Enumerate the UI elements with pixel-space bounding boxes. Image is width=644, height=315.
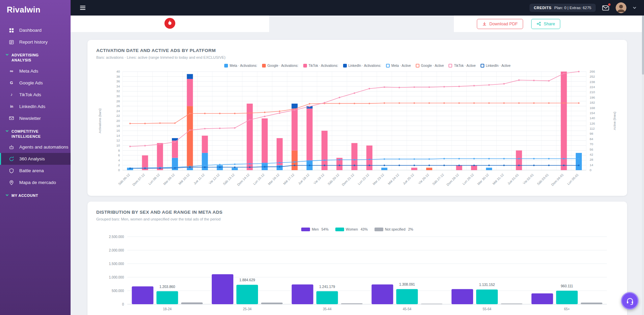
linkedin-icon: in: [8, 104, 15, 109]
svg-text:Jue 25-12: Jue 25-12: [402, 173, 415, 186]
credits-value: Plan: 0 | Extras: 6275: [554, 6, 591, 10]
sidebar-section-my-account[interactable]: MY ACCOUNT: [0, 188, 71, 201]
svg-text:18-24: 18-24: [163, 307, 172, 311]
sidebar-item-label: 360 Analysis: [19, 156, 45, 161]
messages-button[interactable]: [602, 4, 610, 12]
sidebar-item-label: Google Ads: [19, 80, 43, 85]
svg-text:210: 210: [590, 90, 595, 94]
activation-chart-subtitle: Bars: activations · Lines: active (range…: [96, 55, 618, 59]
legend-label: Women: [346, 227, 358, 231]
sidebar-item-tiktok-ads[interactable]: ♪TikTok Ads: [0, 89, 71, 101]
sidebar-item-360-analysis[interactable]: 360 Analysis: [0, 153, 71, 165]
svg-text:1.131.152: 1.131.152: [479, 283, 495, 287]
svg-text:0: 0: [118, 168, 120, 172]
flame-logo-icon: [164, 18, 176, 29]
sidebar-item-label: Battle arena: [19, 168, 44, 173]
activation-chart-legend: Meta · Activations:Google · Activations:…: [117, 64, 618, 68]
legend-item[interactable]: Women43%: [335, 227, 368, 231]
legend-item[interactable]: Meta · Active: [386, 64, 411, 68]
svg-text:Mié 24-12: Mié 24-12: [387, 173, 400, 186]
svg-text:34: 34: [116, 84, 120, 88]
svg-text:2: 2: [118, 163, 120, 167]
svg-text:224: 224: [590, 85, 595, 89]
distribution-chart-title: DISTRIBUTION BY SEX AND AGE RANGE IN MET…: [96, 210, 618, 215]
sidebar-item-meta-ads[interactable]: ∞Meta Ads: [0, 65, 71, 77]
svg-text:8: 8: [118, 149, 120, 152]
sidebar-section-advertising-analysis[interactable]: ADVERTISING ANALYSIS: [0, 48, 71, 65]
legend-label: LinkedIn · Activations:: [349, 64, 381, 68]
chevron-down-icon: [5, 129, 9, 133]
svg-text:40: 40: [116, 70, 120, 73]
distribution-card: DISTRIBUTION BY SEX AND AGE RANGE IN MET…: [87, 202, 627, 315]
svg-text:28: 28: [590, 158, 593, 161]
svg-text:182: 182: [590, 101, 595, 104]
svg-text:Sáb 13-12: Sáb 13-12: [222, 173, 235, 186]
scrollbar-thumb[interactable]: [642, 16, 644, 75]
hamburger-menu-button[interactable]: [79, 4, 86, 11]
account-menu-chevron[interactable]: [633, 6, 637, 10]
header-left-panel: [71, 16, 269, 32]
svg-text:22: 22: [116, 114, 120, 117]
svg-text:Mar 23-12: Mar 23-12: [372, 173, 385, 186]
legend-swatch: [301, 228, 310, 231]
sidebar-item-newsletter[interactable]: Newsletter: [0, 112, 71, 124]
legend-label: Men: [312, 227, 318, 231]
hamburger-icon: [79, 4, 86, 11]
legend-item[interactable]: LinkedIn · Active: [481, 64, 511, 68]
legend-swatch: [343, 64, 347, 68]
legend-item[interactable]: TikTok · Activations:: [303, 64, 338, 68]
svg-text:Activations (bars): Activations (bars): [98, 108, 102, 133]
sidebar-item-mapa-de-mercado[interactable]: Mapa de mercado: [0, 177, 71, 188]
share-button[interactable]: Share: [531, 19, 560, 29]
svg-text:Lun 15-12: Lun 15-12: [252, 173, 265, 186]
legend-item[interactable]: Google · Activations:: [262, 64, 299, 68]
tiktok-icon: ♪: [8, 92, 15, 97]
credits-pill[interactable]: CREDITS Plan: 0 | Extras: 6275: [530, 4, 596, 12]
legend-swatch: [262, 64, 266, 68]
header-actions-panel: Download PDF Share: [454, 16, 644, 32]
sidebar-section-label: COMPETITIVE INTELLIGENCE: [11, 129, 56, 139]
svg-text:Vie 02-01: Vie 02-01: [522, 173, 534, 185]
svg-text:56: 56: [590, 148, 593, 151]
map-icon: [8, 180, 15, 185]
svg-text:84: 84: [590, 137, 593, 141]
sidebar-item-label: Mapa de mercado: [19, 180, 56, 185]
sidebar-section-competitive-intelligence[interactable]: COMPETITIVE INTELLIGENCE: [0, 124, 71, 141]
svg-text:98: 98: [590, 132, 593, 135]
svg-text:112: 112: [590, 127, 595, 130]
svg-text:126: 126: [590, 122, 595, 125]
chevron-down-icon: [633, 6, 637, 10]
sidebar-item-dashboard[interactable]: Dashboard: [0, 24, 71, 36]
svg-text:25-34: 25-34: [243, 307, 252, 311]
legend-swatch: [303, 64, 307, 68]
legend-item[interactable]: Men54%: [301, 227, 328, 231]
avatar-image: [616, 2, 626, 13]
app-logo[interactable]: Rivalwin: [0, 0, 71, 20]
legend-item[interactable]: Not specified2%: [375, 227, 413, 231]
svg-text:Sáb 27-12: Sáb 27-12: [432, 173, 445, 186]
activation-chart: 0246810121416182022242628303234363840014…: [96, 69, 618, 194]
svg-text:6: 6: [118, 153, 120, 157]
sidebar-item-report-history[interactable]: Report history: [0, 36, 71, 48]
client-logo[interactable]: [164, 18, 176, 30]
legend-label: Not specified: [385, 227, 406, 231]
legend-item[interactable]: Google · Active: [416, 64, 444, 68]
legend-label: LinkedIn · Active: [486, 64, 511, 68]
sidebar-item-linkedin-ads[interactable]: inLinkedIn Ads: [0, 101, 71, 112]
sidebar-item-google-ads[interactable]: GGoogle Ads: [0, 77, 71, 89]
user-avatar[interactable]: [616, 2, 626, 13]
legend-item[interactable]: LinkedIn · Activations:: [343, 64, 381, 68]
headset-icon: [626, 297, 634, 305]
svg-text:70: 70: [590, 142, 593, 146]
sidebar-item-battle-arena[interactable]: Battle arena: [0, 165, 71, 177]
svg-text:154: 154: [590, 111, 595, 115]
legend-item[interactable]: Meta · Activations:: [224, 64, 257, 68]
page-scrollbar[interactable]: [642, 16, 644, 315]
download-pdf-button[interactable]: Download PDF: [477, 19, 523, 29]
support-chat-button[interactable]: [621, 292, 639, 310]
sidebar-item-agents-and-automations[interactable]: Agents and automations: [0, 141, 71, 153]
legend-swatch: [416, 64, 419, 68]
notification-badge: [608, 3, 611, 6]
legend-item[interactable]: TikTok · Active: [448, 64, 475, 68]
analysis-icon: [8, 156, 15, 162]
